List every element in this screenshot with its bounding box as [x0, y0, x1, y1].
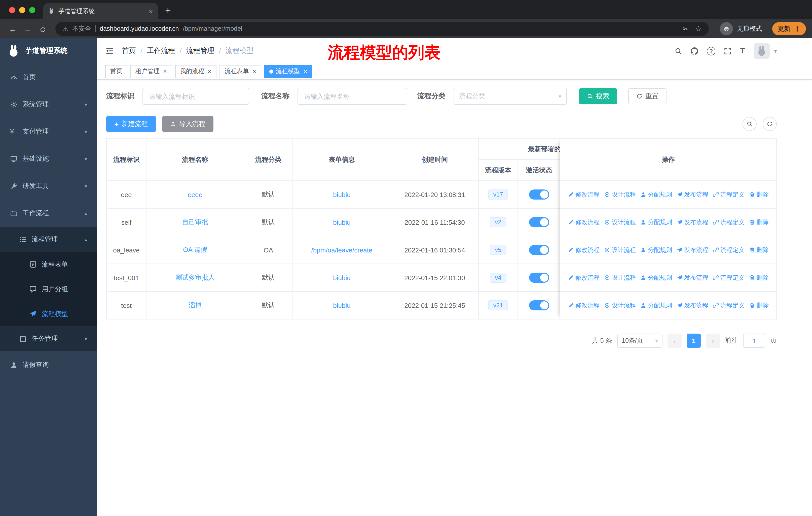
prev-page-button[interactable]: ‹: [668, 333, 682, 348]
close-icon[interactable]: ×: [163, 68, 167, 75]
process-id-input[interactable]: [142, 88, 249, 105]
design-process-action[interactable]: 设计流程: [604, 218, 636, 226]
bookmark-star-icon[interactable]: ☆: [695, 24, 702, 33]
process-name-link[interactable]: 滔博: [188, 301, 202, 310]
process-name-link[interactable]: OA 请假: [183, 245, 207, 254]
next-page-button[interactable]: ›: [706, 333, 720, 348]
sidebar-item-user-group[interactable]: 用户分组: [0, 277, 97, 301]
design-process-action[interactable]: 设计流程: [604, 246, 636, 254]
window-minimize-button[interactable]: [19, 7, 25, 13]
tag-process-form[interactable]: 流程表单 ×: [220, 65, 261, 78]
tag-process-model[interactable]: 流程模型 ×: [264, 65, 312, 78]
sidebar-item-infra[interactable]: 基础设施 ▾: [0, 145, 97, 172]
process-name-input[interactable]: [297, 88, 407, 105]
tag-home[interactable]: 首页: [105, 65, 127, 78]
avatar-caret-icon[interactable]: ▾: [774, 48, 777, 54]
font-size-icon[interactable]: T: [740, 46, 745, 55]
close-icon[interactable]: ×: [303, 68, 307, 75]
process-name-link[interactable]: eeee: [188, 191, 202, 198]
active-toggle[interactable]: [529, 217, 549, 227]
assign-rule-action[interactable]: 分配规则: [640, 190, 672, 199]
sidebar-logo[interactable]: 芋道管理系统: [0, 38, 97, 63]
sidebar-item-payment[interactable]: ¥ 支付管理 ▾: [0, 118, 97, 145]
assign-rule-action[interactable]: 分配规则: [640, 301, 672, 310]
breadcrumb-home[interactable]: 首页: [122, 46, 136, 55]
goto-page-input[interactable]: [743, 333, 765, 348]
sidebar-item-process-mgmt[interactable]: 流程管理 ▴: [0, 227, 97, 252]
design-process-action[interactable]: 设计流程: [604, 301, 636, 310]
process-definition-action[interactable]: 流程定义: [713, 273, 745, 282]
help-icon[interactable]: ?: [707, 47, 715, 55]
window-zoom-button[interactable]: [29, 7, 35, 13]
new-tab-button[interactable]: +: [165, 5, 171, 15]
modify-process-action[interactable]: 修改流程: [568, 246, 600, 254]
address-bar-input[interactable]: ⚠ 不安全 dashboard.yudao.iocoder.cn /bpm/ma…: [55, 22, 709, 36]
chrome-update-button[interactable]: 更新 ⋮: [772, 22, 806, 35]
sidebar-fold-icon[interactable]: [105, 46, 114, 55]
page-size-select[interactable]: 10条/页 ▾: [617, 333, 663, 348]
assign-rule-action[interactable]: 分配规则: [640, 273, 672, 282]
sidebar-item-devtools[interactable]: 研发工具 ▾: [0, 172, 97, 199]
delete-action[interactable]: 删除: [749, 190, 769, 199]
search-icon[interactable]: [674, 47, 682, 55]
reset-button[interactable]: 重置: [628, 88, 667, 104]
process-definition-action[interactable]: 流程定义: [713, 246, 745, 254]
process-name-link[interactable]: 自己审批: [182, 218, 208, 227]
sidebar-item-home[interactable]: 首页: [0, 63, 97, 91]
tag-my-process[interactable]: 我的流程 ×: [175, 65, 216, 78]
active-toggle[interactable]: [529, 189, 549, 199]
delete-action[interactable]: 删除: [749, 246, 769, 254]
modify-process-action[interactable]: 修改流程: [568, 218, 600, 226]
reload-button[interactable]: [36, 25, 49, 32]
process-definition-action[interactable]: 流程定义: [713, 301, 745, 310]
sidebar-item-leave-query[interactable]: 请假查询: [0, 351, 97, 378]
sidebar-item-process-form[interactable]: 流程表单: [0, 252, 97, 277]
process-name-link[interactable]: 测试多审批人: [175, 273, 215, 282]
process-definition-action[interactable]: 流程定义: [713, 218, 745, 226]
form-info-link[interactable]: biubiu: [333, 218, 350, 226]
window-close-button[interactable]: [9, 7, 15, 13]
avatar[interactable]: [754, 43, 770, 59]
breadcrumb-process-mgmt[interactable]: 流程管理: [186, 46, 214, 55]
design-process-action[interactable]: 设计流程: [604, 190, 636, 199]
forward-button[interactable]: →: [21, 25, 34, 32]
design-process-action[interactable]: 设计流程: [604, 273, 636, 282]
assign-rule-action[interactable]: 分配规则: [640, 246, 672, 254]
sidebar-item-system[interactable]: 系统管理 ▾: [0, 91, 97, 118]
active-toggle[interactable]: [529, 273, 549, 283]
browser-menu-icon[interactable]: ⋮: [794, 25, 801, 32]
modify-process-action[interactable]: 修改流程: [568, 301, 600, 310]
modify-process-action[interactable]: 修改流程: [568, 190, 600, 199]
publish-process-action[interactable]: 发布流程: [676, 190, 708, 199]
category-select[interactable]: 流程分类 ▾: [454, 88, 567, 105]
security-label[interactable]: 不安全: [72, 24, 91, 33]
publish-process-action[interactable]: 发布流程: [676, 301, 708, 310]
page-number-1[interactable]: 1: [687, 333, 701, 348]
sidebar-item-process-model[interactable]: 流程模型: [0, 301, 97, 326]
assign-rule-action[interactable]: 分配规则: [640, 218, 672, 226]
browser-tab[interactable]: 芋道管理系统 ×: [43, 3, 158, 19]
delete-action[interactable]: 删除: [749, 218, 769, 226]
github-icon[interactable]: [691, 47, 698, 55]
publish-process-action[interactable]: 发布流程: [676, 218, 708, 226]
refresh-table-button[interactable]: [763, 117, 777, 131]
active-toggle[interactable]: [529, 300, 549, 310]
password-key-icon[interactable]: [682, 26, 688, 32]
delete-action[interactable]: 删除: [749, 301, 769, 310]
publish-process-action[interactable]: 发布流程: [676, 273, 708, 282]
close-icon[interactable]: ×: [208, 68, 211, 75]
tag-tenant[interactable]: 租户管理 ×: [130, 65, 172, 78]
toggle-search-button[interactable]: [743, 117, 757, 131]
sidebar-item-workflow[interactable]: 工作流程 ▴: [0, 199, 97, 227]
delete-action[interactable]: 删除: [749, 273, 769, 282]
import-process-button[interactable]: 导入流程: [162, 116, 213, 132]
form-info-link[interactable]: biubiu: [333, 302, 350, 309]
close-icon[interactable]: ×: [252, 68, 256, 75]
publish-process-action[interactable]: 发布流程: [676, 246, 708, 254]
modify-process-action[interactable]: 修改流程: [568, 273, 600, 282]
form-info-link[interactable]: /bpm/oa/leave/create: [311, 246, 373, 254]
fullscreen-icon[interactable]: [724, 47, 731, 55]
search-button[interactable]: 搜索: [579, 88, 617, 104]
create-process-button[interactable]: + 新建流程: [106, 116, 156, 132]
process-definition-action[interactable]: 流程定义: [713, 190, 745, 199]
